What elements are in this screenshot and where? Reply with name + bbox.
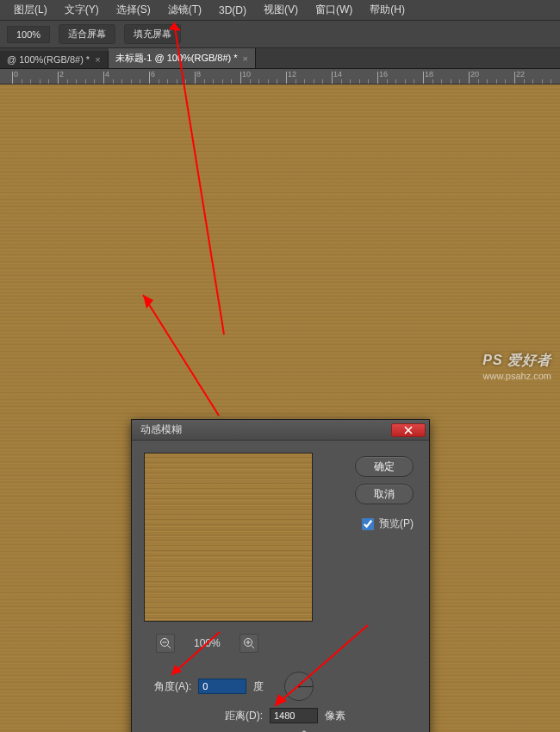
zoom-in-icon — [243, 637, 255, 649]
zoom-out-button[interactable] — [156, 634, 175, 653]
zoom-out-icon — [159, 637, 171, 649]
motion-blur-dialog: 动感模糊 确定 取消 预览(P) 100% — [131, 419, 430, 732]
watermark-logo: PS 爱好者 — [482, 352, 551, 370]
menu-select[interactable]: 选择(S) — [108, 3, 159, 17]
canvas-area[interactable]: PS 爱好者 www.psahz.com 动感模糊 确定 取消 预览(P) — [0, 84, 560, 732]
watermark-url: www.psahz.com — [483, 371, 551, 381]
close-icon — [404, 426, 413, 435]
close-icon[interactable]: × — [95, 54, 100, 65]
distance-input[interactable] — [270, 708, 318, 723]
tab-document-1[interactable]: @ 100%(RGB/8#) * × — [0, 51, 109, 68]
angle-dial[interactable] — [284, 672, 314, 701]
preview-checkbox[interactable] — [362, 518, 374, 530]
preview-checkbox-row[interactable]: 预览(P) — [362, 516, 414, 531]
svg-line-2 — [143, 295, 219, 416]
preview-zoom-controls: 100% — [156, 634, 258, 653]
horizontal-ruler: 024681012141618202224 — [0, 69, 560, 84]
menu-bar: 图层(L) 文字(Y) 选择(S) 滤镜(T) 3D(D) 视图(V) 窗口(W… — [0, 0, 560, 21]
angle-label: 角度(A): — [154, 679, 191, 694]
zoom-level[interactable]: 100% — [7, 26, 50, 43]
tab-label: @ 100%(RGB/8#) * — [7, 54, 90, 65]
angle-row: 角度(A): 度 — [154, 672, 314, 701]
document-tabs: @ 100%(RGB/8#) * × 未标题-1 @ 100%(RGB/8#) … — [0, 48, 560, 69]
menu-3d[interactable]: 3D(D) — [210, 4, 255, 16]
dialog-titlebar[interactable]: 动感模糊 — [132, 420, 429, 441]
tab-label: 未标题-1 @ 100%(RGB/8#) * — [115, 52, 238, 65]
menu-window[interactable]: 窗口(W) — [307, 3, 361, 17]
dialog-title: 动感模糊 — [140, 422, 182, 437]
preview-label: 预览(P) — [379, 516, 414, 531]
close-button[interactable] — [391, 423, 426, 437]
menu-layer[interactable]: 图层(L) — [5, 3, 56, 17]
preview-zoom-value: 100% — [194, 637, 221, 649]
menu-help[interactable]: 帮助(H) — [361, 3, 414, 17]
svg-marker-3 — [143, 295, 153, 309]
distance-label: 距离(D): — [225, 709, 263, 723]
distance-row: 距离(D): 像素 — [225, 708, 345, 723]
dialog-body: 确定 取消 预览(P) 100% 角度(A): 度 — [132, 441, 429, 732]
menu-type[interactable]: 文字(Y) — [56, 3, 108, 17]
svg-line-5 — [168, 646, 171, 649]
menu-view[interactable]: 视图(V) — [255, 3, 307, 17]
tab-document-2[interactable]: 未标题-1 @ 100%(RGB/8#) * × — [109, 48, 256, 68]
angle-unit: 度 — [253, 679, 264, 694]
close-icon[interactable]: × — [243, 53, 248, 64]
distance-unit: 像素 — [325, 709, 345, 723]
svg-line-8 — [251, 646, 254, 649]
options-bar: 100% 适合屏幕 填充屏幕 — [0, 21, 560, 48]
fill-screen-button[interactable]: 填充屏幕 — [124, 24, 181, 44]
preview-thumbnail[interactable] — [144, 453, 313, 622]
ok-button[interactable]: 确定 — [355, 456, 414, 477]
cancel-button[interactable]: 取消 — [355, 484, 414, 504]
fit-screen-button[interactable]: 适合屏幕 — [59, 24, 115, 44]
angle-input[interactable] — [198, 679, 246, 694]
annotation-arrow-2 — [128, 286, 231, 424]
zoom-in-button[interactable] — [240, 634, 258, 653]
menu-filter[interactable]: 滤镜(T) — [159, 3, 210, 17]
